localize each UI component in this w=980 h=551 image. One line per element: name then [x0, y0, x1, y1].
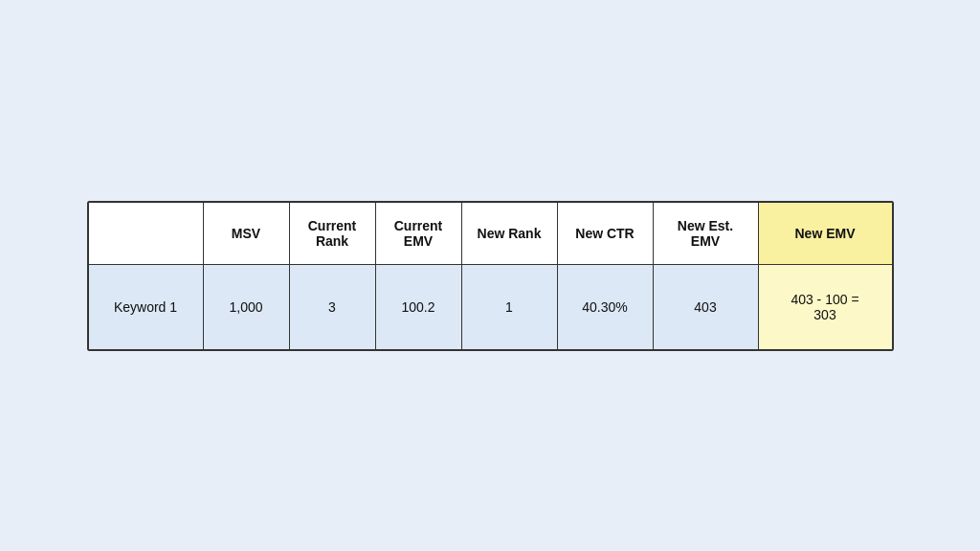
cell-new-rank: 1 [461, 264, 557, 349]
data-table: MSV CurrentRank CurrentEMV New Rank New … [87, 201, 894, 351]
header-new-emv: New EMV [758, 202, 892, 264]
header-new-rank: New Rank [461, 202, 557, 264]
cell-new-est-emv: 403 [653, 264, 758, 349]
cell-new-emv: 403 - 100 =303 [758, 264, 892, 349]
header-msv: MSV [203, 202, 289, 264]
cell-new-ctr: 40.30% [557, 264, 653, 349]
cell-msv: 1,000 [203, 264, 289, 349]
header-new-est-emv: New Est.EMV [653, 202, 758, 264]
header-new-ctr: New CTR [557, 202, 653, 264]
header-current-emv: CurrentEMV [375, 202, 461, 264]
header-row: MSV CurrentRank CurrentEMV New Rank New … [88, 202, 892, 264]
cell-current-rank: 3 [289, 264, 375, 349]
table-row: Keyword 1 1,000 3 100.2 1 40.30% 403 403… [88, 264, 892, 349]
cell-current-emv: 100.2 [375, 264, 461, 349]
header-keyword [88, 202, 203, 264]
header-current-rank: CurrentRank [289, 202, 375, 264]
cell-keyword: Keyword 1 [88, 264, 203, 349]
